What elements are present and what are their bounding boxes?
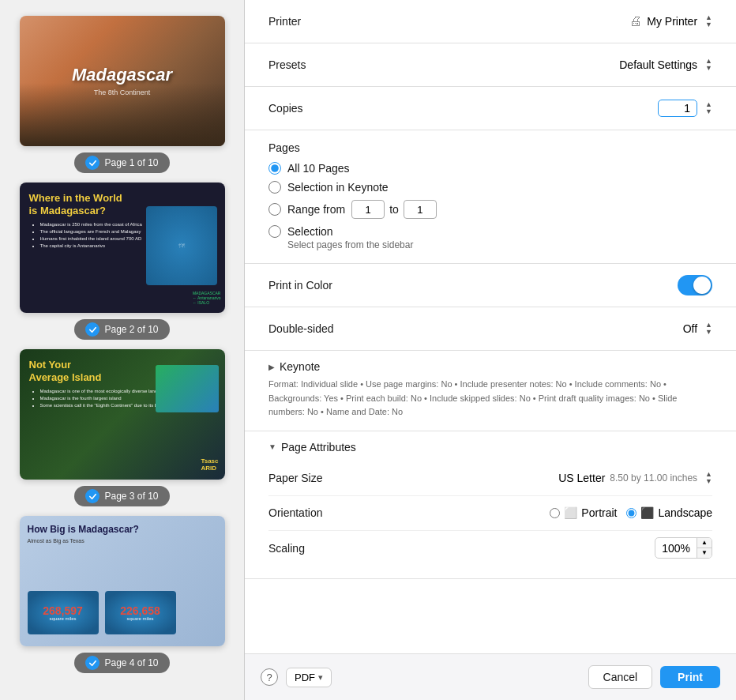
page-attrs-header[interactable]: ▼ Page Attributes: [268, 441, 712, 453]
paper-size-label: Paper Size: [268, 472, 322, 484]
copies-label: Copies: [268, 102, 303, 115]
landscape-label: Landscape: [658, 506, 712, 519]
double-sided-stepper[interactable]: ▲ ▼: [705, 322, 712, 336]
portrait-radio[interactable]: [550, 508, 560, 518]
pages-selection-keynote-row[interactable]: Selection in Keynote: [268, 181, 712, 194]
pages-selection-block: Selection Select pages from the sidebar: [268, 225, 712, 250]
selection-hint: Select pages from the sidebar: [287, 239, 712, 250]
slide-item-1[interactable]: Madagascar The 8th Continent Page 1 of 1…: [16, 16, 228, 173]
printer-label: Printer: [268, 15, 301, 28]
scaling-down-btn[interactable]: ▼: [697, 548, 712, 558]
slide-thumb-4: How Big is Madagascar? Almost as Big as …: [20, 516, 225, 646]
bottom-bar: ? PDF ▾ Cancel Print: [245, 653, 736, 700]
range-to-text: to: [389, 203, 399, 216]
pages-radio-group: All 10 Pages Selection in Keynote Range …: [268, 162, 712, 250]
pages-selection-radio[interactable]: [268, 225, 281, 238]
keynote-section: ▶ Keynote Format: Individual slide • Use…: [245, 351, 736, 431]
slide-sidebar: Madagascar The 8th Continent Page 1 of 1…: [0, 0, 245, 700]
slide-item-3[interactable]: Not YourAverage Island Madagascar is one…: [16, 349, 228, 506]
pages-selection-keynote-radio[interactable]: [268, 181, 281, 194]
slide-item-4[interactable]: How Big is Madagascar? Almost as Big as …: [16, 516, 228, 673]
print-color-label: Print in Color: [268, 279, 332, 292]
cancel-button[interactable]: Cancel: [588, 665, 653, 689]
check-icon-4: [85, 656, 100, 670]
presets-section: Presets Default Settings ▲ ▼: [245, 43, 736, 87]
spacer: [245, 579, 736, 653]
slide-thumb-3: Not YourAverage Island Madagascar is one…: [20, 349, 225, 480]
copies-input-wrap: 1: [658, 100, 697, 117]
pages-all-radio[interactable]: [268, 162, 281, 175]
pages-range-row[interactable]: Range from to: [268, 200, 712, 219]
paper-size-value: US Letter: [558, 472, 605, 484]
keynote-header[interactable]: ▶ Keynote: [268, 360, 712, 373]
landscape-icon: ⬛: [640, 506, 654, 519]
printer-icon: 🖨: [629, 14, 642, 28]
paper-size-dim: 8.50 by 11.00 inches: [610, 472, 697, 484]
double-sided-row: Double-sided Off ▲ ▼: [268, 307, 712, 350]
printer-stepper[interactable]: ▲ ▼: [705, 14, 712, 28]
print-color-toggle[interactable]: [678, 275, 712, 295]
check-icon-3: [85, 489, 100, 503]
pages-range-label: Range from: [287, 203, 345, 216]
pages-all-label: All 10 Pages: [287, 162, 350, 175]
orientation-row: Orientation ⬜ Portrait ⬛ Landscape: [268, 496, 712, 531]
page-badge-4: Page 4 of 10: [74, 653, 169, 673]
scaling-value[interactable]: 100%: [655, 540, 697, 557]
keynote-label: Keynote: [280, 360, 320, 373]
copies-row: Copies 1 ▲ ▼: [268, 87, 712, 130]
paper-size-down-btn[interactable]: ▼: [705, 478, 712, 485]
check-icon-1: [85, 156, 100, 170]
range-to-input[interactable]: [404, 200, 437, 219]
orientation-group: ⬜ Portrait ⬛ Landscape: [550, 506, 712, 519]
range-inputs: to: [351, 200, 437, 219]
pages-selection-keynote-label: Selection in Keynote: [287, 181, 389, 194]
help-button[interactable]: ?: [261, 668, 278, 686]
pages-range-radio[interactable]: [268, 203, 281, 216]
presets-down-btn[interactable]: ▼: [705, 65, 712, 72]
keynote-triangle-icon: ▶: [268, 363, 275, 371]
double-sided-section: Double-sided Off ▲ ▼: [245, 307, 736, 351]
page-badge-2: Page 2 of 10: [74, 319, 169, 340]
copies-value[interactable]: 1: [668, 102, 690, 115]
scaling-label: Scaling: [268, 542, 305, 555]
double-sided-down-btn[interactable]: ▼: [705, 329, 712, 336]
portrait-label: Portrait: [581, 506, 617, 519]
bottom-left: ? PDF ▾: [261, 668, 332, 687]
check-icon-2: [85, 322, 100, 337]
print-color-section: Print in Color: [245, 264, 736, 307]
pages-selection-label: Selection: [287, 225, 333, 238]
slide-item-2[interactable]: Where in the Worldis Madagascar? Madagas…: [16, 183, 228, 340]
page-attrs-triangle-icon: ▼: [268, 442, 276, 451]
pages-section: Pages All 10 Pages Selection in Keynote …: [245, 130, 736, 264]
pages-selection-row[interactable]: Selection: [268, 225, 712, 238]
paper-size-row: Paper Size US Letter 8.50 by 11.00 inche…: [268, 461, 712, 496]
pdf-dropdown[interactable]: PDF ▾: [286, 668, 332, 687]
pdf-label: PDF: [295, 672, 315, 683]
copies-down-btn[interactable]: ▼: [705, 108, 712, 115]
portrait-option[interactable]: ⬜ Portrait: [550, 506, 617, 519]
printer-section: Printer 🖨 My Printer ▲ ▼: [245, 0, 736, 43]
range-from-input[interactable]: [351, 200, 385, 219]
print-button[interactable]: Print: [660, 666, 720, 688]
scaling-steppers[interactable]: ▲ ▼: [697, 538, 712, 558]
orientation-label: Orientation: [268, 506, 322, 519]
double-sided-label: Double-sided: [268, 322, 334, 335]
landscape-radio[interactable]: [626, 508, 636, 518]
presets-stepper[interactable]: ▲ ▼: [705, 58, 712, 72]
printer-value: My Printer: [647, 15, 697, 28]
portrait-icon: ⬜: [564, 506, 577, 519]
print-panel: Printer 🖨 My Printer ▲ ▼ Presets Default…: [245, 0, 736, 700]
printer-row: Printer 🖨 My Printer ▲ ▼: [268, 0, 712, 43]
bottom-right: Cancel Print: [588, 665, 720, 689]
scaling-up-btn[interactable]: ▲: [697, 538, 712, 548]
pdf-chevron-icon: ▾: [318, 672, 323, 683]
double-sided-value: Off: [683, 322, 697, 335]
slide-thumb-2: Where in the Worldis Madagascar? Madagas…: [20, 183, 225, 313]
printer-down-btn[interactable]: ▼: [705, 21, 712, 28]
pages-all-row[interactable]: All 10 Pages: [268, 162, 712, 175]
landscape-option[interactable]: ⬛ Landscape: [626, 506, 712, 519]
presets-value: Default Settings: [619, 58, 697, 71]
copies-stepper[interactable]: ▲ ▼: [705, 101, 712, 115]
paper-size-stepper[interactable]: ▲ ▼: [705, 471, 712, 485]
presets-row: Presets Default Settings ▲ ▼: [268, 43, 712, 86]
